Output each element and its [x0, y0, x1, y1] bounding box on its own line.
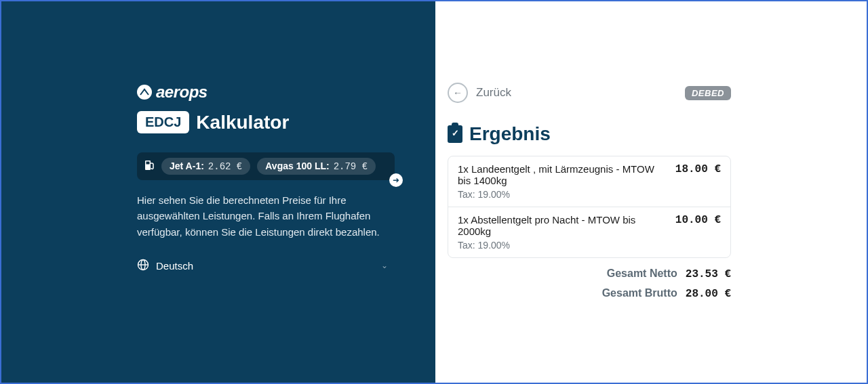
fuel-price-bar: Jet A-1: 2.62 € Avgas 100 LL: 2.79 € ➜ [137, 152, 395, 180]
fuel-avgas-price: 2.79 € [334, 161, 368, 172]
icao-badge: EDCJ [137, 111, 189, 133]
fuel-jet-a1-label: Jet A-1: [170, 161, 204, 171]
total-net-row: Gesamt Netto 23.53 € [448, 268, 731, 280]
totals: Gesamt Netto 23.53 € Gesamt Brutto 28.00… [448, 268, 731, 300]
fuel-jet-a1-price: 2.62 € [208, 161, 242, 172]
line-item-price: 10.00 € [675, 214, 721, 237]
back-label: Zurück [476, 86, 511, 100]
line-items: 1x Landeentgelt , mit Lärmzeugnis - MTOW… [448, 156, 731, 258]
right-header: ← Zurück DEBED [448, 83, 731, 103]
total-gross-label: Gesamt Brutto [602, 287, 677, 299]
description-text: Hier sehen Sie die berechneten Preise fü… [137, 192, 381, 240]
fuel-avgas[interactable]: Avgas 100 LL: 2.79 € [257, 158, 376, 175]
right-panel: ← Zurück DEBED Ergebnis 1x Landeentgelt … [435, 1, 867, 383]
fuel-avgas-label: Avgas 100 LL: [265, 161, 329, 171]
total-gross-value: 28.00 € [686, 288, 731, 300]
line-item-desc: 1x Abstellentgelt pro Nacht - MTOW bis 2… [458, 214, 661, 237]
result-heading: Ergebnis [469, 123, 551, 145]
line-item: 1x Abstellentgelt pro Nacht - MTOW bis 2… [448, 207, 730, 257]
line-item-price: 18.00 € [675, 163, 721, 186]
title-row: EDCJ Kalkulator [137, 111, 395, 133]
arrow-left-icon: ← [448, 83, 468, 103]
clipboard-check-icon [448, 125, 462, 143]
registration-badge: DEBED [685, 86, 731, 100]
page-title: Kalkulator [196, 112, 289, 133]
total-net-value: 23.53 € [686, 268, 731, 280]
arrow-right-icon[interactable]: ➜ [389, 173, 403, 187]
language-label: Deutsch [156, 260, 193, 272]
result-heading-row: Ergebnis [448, 123, 731, 145]
chevron-down-icon: ⌄ [381, 261, 395, 270]
language-selector[interactable]: Deutsch ⌄ [137, 259, 395, 273]
line-item-tax: Tax: 19.00% [458, 189, 721, 200]
left-panel: aerops EDCJ Kalkulator Jet A-1: 2.62 € A… [1, 1, 435, 383]
brand-logo-icon [137, 85, 152, 100]
line-item-desc: 1x Landeentgelt , mit Lärmzeugnis - MTOW… [458, 163, 661, 186]
total-net-label: Gesamt Netto [607, 268, 677, 280]
line-item: 1x Landeentgelt , mit Lärmzeugnis - MTOW… [448, 156, 730, 207]
back-button[interactable]: ← Zurück [448, 83, 511, 103]
globe-icon [137, 259, 149, 273]
brand-row: aerops [137, 83, 395, 102]
line-item-tax: Tax: 19.00% [458, 240, 721, 251]
brand-name: aerops [156, 83, 208, 102]
fuel-pump-icon [144, 159, 155, 174]
svg-rect-1 [146, 161, 150, 164]
fuel-jet-a1[interactable]: Jet A-1: 2.62 € [161, 158, 250, 175]
total-gross-row: Gesamt Brutto 28.00 € [448, 287, 731, 300]
